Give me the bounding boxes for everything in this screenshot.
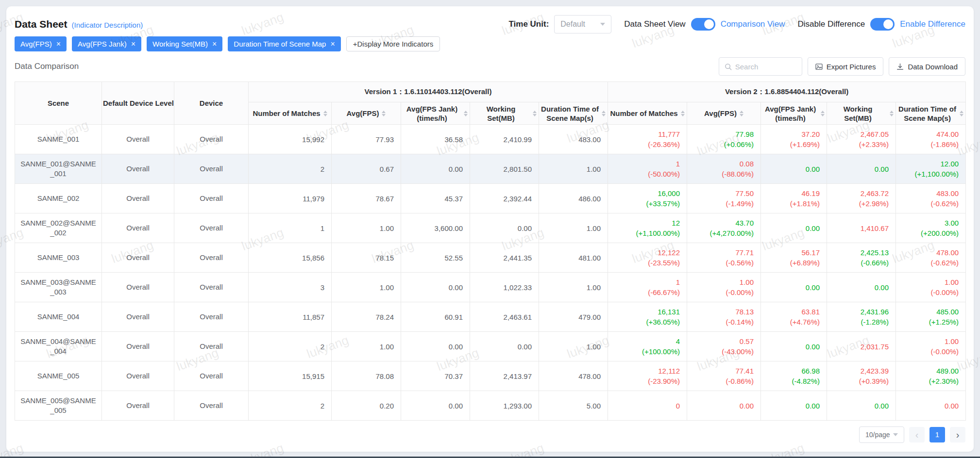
- toolbar-actions: Export Pictures Data Download: [719, 57, 965, 76]
- enable-difference-toggle[interactable]: [870, 18, 895, 31]
- top-controls: Time Unit: Default Data Sheet View Compa…: [509, 15, 966, 33]
- export-pictures-icon: [815, 63, 823, 70]
- v1-metric-value: 3: [321, 283, 324, 292]
- v2-metric-cell: 1,410.67: [827, 213, 896, 243]
- sort-icon[interactable]: [740, 111, 743, 116]
- sort-icon[interactable]: [464, 111, 468, 116]
- scene-name: SANME_002@SANME_002: [20, 219, 96, 237]
- v2-metric-value: 77.98: [687, 129, 754, 139]
- v2-col-header-working-set-mb[interactable]: Working Set(MB): [827, 102, 896, 125]
- search-input[interactable]: [735, 63, 796, 71]
- indicator-tag[interactable]: Duration Time of Scene Map×: [228, 36, 340, 51]
- prev-page-button[interactable]: ‹: [909, 427, 925, 442]
- next-page-button[interactable]: ›: [950, 427, 965, 442]
- export-pictures-button[interactable]: Export Pictures: [808, 57, 884, 76]
- v1-col-header-avg-fps[interactable]: Avg(FPS): [332, 102, 401, 125]
- scene-name: SANME_005@SANME_005: [20, 396, 96, 414]
- v2-metric-value: 11,777: [608, 129, 680, 139]
- v1-metric-value: 2,463.61: [504, 313, 532, 321]
- tag-close-icon[interactable]: ×: [212, 40, 217, 48]
- v2-col-header-avg-fps[interactable]: Avg(FPS): [687, 102, 761, 125]
- v2-metric-percent: (-0.00%): [896, 287, 959, 297]
- v2-metric-cell: 12.00(+1,100.00%): [896, 154, 966, 184]
- tag-close-icon[interactable]: ×: [131, 40, 135, 48]
- data-download-button[interactable]: Data Download: [889, 57, 965, 76]
- v1-metric-cell: 479.00: [539, 302, 608, 332]
- comparison-view-toggle[interactable]: [691, 18, 715, 31]
- v1-col-header-avg-fps-jank-times-h[interactable]: Avg(FPS Jank) (times/h): [401, 102, 470, 125]
- v1-metric-cell: 5.00: [539, 391, 608, 421]
- sort-icon[interactable]: [890, 111, 894, 116]
- v1-metric-value: 78.24: [375, 313, 394, 321]
- tag-close-icon[interactable]: ×: [56, 40, 61, 48]
- col-header-label: Avg(FPS Jank) (times/h): [763, 104, 818, 123]
- sort-icon[interactable]: [382, 111, 386, 116]
- v2-col-header-duration-time-of-scene-map-s[interactable]: Duration Time of Scene Map(s): [896, 102, 966, 125]
- v2-col-header-number-of-matches[interactable]: Number of Matches: [608, 102, 687, 125]
- time-unit-select[interactable]: Default: [554, 15, 611, 33]
- v2-metric-cell: 63.81(+4.76%): [761, 302, 827, 332]
- page-1-button[interactable]: 1: [929, 427, 945, 442]
- sort-icon[interactable]: [602, 111, 606, 116]
- sort-icon[interactable]: [323, 111, 327, 116]
- comparison-view-label: Comparison View: [721, 19, 785, 29]
- table-row: SANME_001OverallOverall15,99277.9336.582…: [15, 125, 966, 154]
- v2-col-header-avg-fps-jank-times-h[interactable]: Avg(FPS Jank) (times/h): [761, 102, 827, 125]
- v2-metric-value: 489.00: [896, 366, 959, 376]
- v2-metric-cell: 478.00(-0.62%): [896, 243, 966, 273]
- v2-metric-percent: (-4.82%): [761, 376, 820, 386]
- v2-metric-cell: 1.00(-0.00%): [896, 273, 966, 302]
- time-unit-label: Time Unit:: [509, 19, 549, 29]
- indicator-tag[interactable]: Avg(FPS Jank)×: [72, 36, 141, 51]
- search-box[interactable]: [719, 57, 802, 76]
- v1-metric-value: 2,392.44: [504, 195, 532, 203]
- v1-metric-value: 479.00: [578, 313, 601, 321]
- v1-metric-value: 15,856: [302, 254, 324, 262]
- col-header-label: Duration Time of Scene Map(s): [898, 104, 957, 123]
- sort-icon[interactable]: [681, 111, 685, 116]
- device-cell: Overall: [174, 302, 249, 332]
- indicator-tag[interactable]: Working Set(MB)×: [147, 36, 222, 51]
- sort-icon[interactable]: [533, 111, 537, 116]
- v1-metric-value: 2,801.50: [504, 165, 532, 173]
- v1-metric-cell: 1,022.33: [470, 273, 539, 302]
- v2-metric-cell: 0.00: [761, 213, 827, 243]
- col-header-label: Duration Time of Scene Map(s): [541, 104, 599, 123]
- v1-metric-cell: 1.00: [539, 332, 608, 361]
- tag-close-icon[interactable]: ×: [330, 40, 335, 48]
- page-size-select[interactable]: 10/page: [859, 426, 904, 443]
- toggle-knob: [883, 19, 893, 29]
- v1-col-header-number-of-matches[interactable]: Number of Matches: [249, 102, 332, 125]
- toolbar: Data Comparison Export Pictures Data Dow…: [15, 57, 965, 76]
- device-value: Overall: [200, 194, 223, 202]
- v2-metric-value: 46.19: [761, 188, 820, 198]
- sort-icon[interactable]: [960, 111, 963, 116]
- v1-col-header-working-set-mb[interactable]: Working Set(MB): [470, 102, 539, 125]
- display-more-indicators-button[interactable]: +Display More Indicators: [346, 36, 440, 51]
- col-header-label: Device: [200, 99, 223, 107]
- v2-metric-value: 77.50: [687, 188, 754, 198]
- v2-metric-value: 56.17: [761, 247, 820, 258]
- indicator-description-link[interactable]: (Indicator Description): [72, 21, 143, 29]
- v2-metric-value: 0.00: [827, 164, 889, 174]
- top-bar: Data Sheet (Indicator Description) Time …: [15, 17, 965, 32]
- section-title: Data Comparison: [15, 62, 79, 71]
- v1-metric-value: 78.08: [375, 372, 394, 380]
- v1-metric-value: 1.00: [587, 224, 601, 232]
- col-header-label: Working Set(MB): [829, 104, 887, 123]
- v1-metric-cell: 77.93: [332, 125, 401, 154]
- device-cell: Overall: [174, 154, 249, 184]
- v2-metric-value: 1.00: [896, 336, 959, 346]
- v1-metric-cell: 2,801.50: [470, 154, 539, 184]
- col-header-scene: Scene: [15, 82, 102, 125]
- indicator-tag[interactable]: Avg(FPS)×: [15, 36, 67, 51]
- v2-metric-value: 1,410.67: [827, 223, 889, 233]
- v1-metric-cell: 15,915: [249, 361, 332, 391]
- v2-metric-value: 2,467.05: [827, 129, 889, 139]
- v2-metric-value: 0.00: [761, 282, 820, 293]
- sort-icon[interactable]: [821, 111, 825, 116]
- v2-metric-percent: (+1,100.00%): [896, 169, 959, 179]
- v1-metric-cell: 2,441.35: [470, 243, 539, 273]
- scene-name: SANME_002: [37, 194, 80, 202]
- v1-col-header-duration-time-of-scene-map-s[interactable]: Duration Time of Scene Map(s): [539, 102, 608, 125]
